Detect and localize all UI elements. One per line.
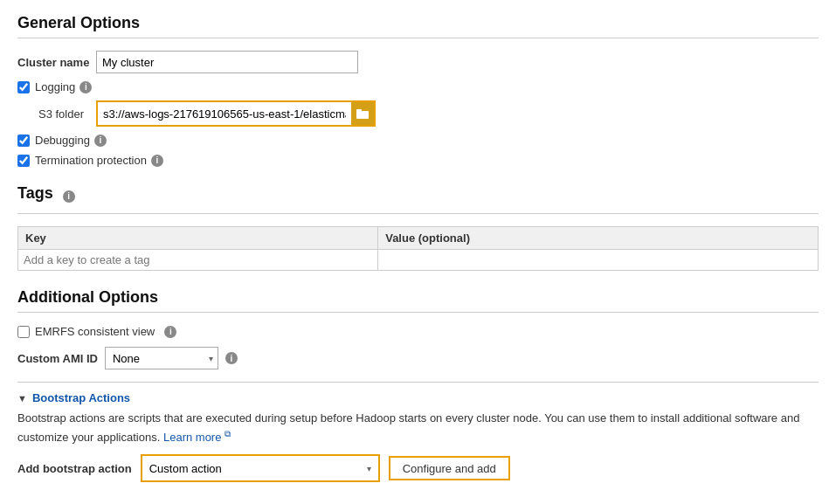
termination-protection-row: Termination protection i: [17, 154, 819, 167]
bootstrap-actions-title[interactable]: Bootstrap Actions: [32, 391, 130, 404]
s3-folder-browse-button[interactable]: [351, 102, 374, 125]
tags-col-value: Value (optional): [378, 227, 819, 250]
cluster-name-input[interactable]: [96, 51, 358, 73]
custom-ami-label: Custom AMI ID: [17, 352, 98, 365]
logging-row: Logging i: [17, 80, 819, 93]
general-options-section: General Options Cluster name Logging i S…: [17, 14, 819, 167]
bootstrap-action-select-wrapper: Custom action Configure and install Gang…: [141, 454, 380, 482]
debugging-label: Debugging: [35, 134, 90, 147]
debugging-info-icon: i: [94, 135, 107, 147]
external-link-icon: ⧉: [225, 429, 231, 438]
custom-ami-row: Custom AMI ID None ▾ i: [17, 347, 819, 369]
custom-ami-select[interactable]: None: [105, 347, 218, 369]
additional-options-section: Additional Options EMRFS consistent view…: [17, 288, 819, 482]
debugging-row: Debugging i: [17, 134, 819, 147]
tags-header: Tags i: [17, 184, 819, 208]
bootstrap-collapse-arrow[interactable]: ▼: [17, 393, 27, 404]
s3-folder-row: S3 folder: [17, 100, 819, 127]
general-options-title: General Options: [17, 14, 819, 32]
svg-rect-1: [356, 109, 362, 112]
bootstrap-add-label: Add bootstrap action: [17, 462, 132, 475]
debugging-checkbox[interactable]: [17, 135, 30, 147]
additional-options-title: Additional Options: [17, 288, 819, 307]
emrfs-info-icon: i: [164, 326, 176, 338]
emrfs-checkbox[interactable]: [17, 326, 30, 338]
custom-ami-info-icon: i: [225, 352, 238, 364]
bootstrap-actions-header: ▼ Bootstrap Actions: [17, 382, 819, 404]
emrfs-label: EMRFS consistent view: [35, 325, 155, 338]
tags-table: Key Value (optional): [17, 226, 819, 271]
bootstrap-learn-more-link[interactable]: Learn more ⧉: [163, 431, 231, 444]
tags-section: Tags i Key Value (optional): [17, 184, 819, 271]
termination-protection-label: Termination protection: [35, 154, 147, 167]
tags-value-input[interactable]: [383, 253, 812, 266]
s3-folder-input[interactable]: [98, 102, 351, 125]
tags-add-row: [18, 250, 819, 271]
emrfs-row: EMRFS consistent view i: [17, 325, 819, 338]
cluster-name-label: Cluster name: [17, 56, 96, 69]
svg-rect-0: [356, 111, 369, 119]
tags-title: Tags: [17, 184, 53, 203]
cluster-name-row: Cluster name: [17, 51, 819, 73]
tags-info-icon: i: [63, 190, 75, 203]
s3-input-wrapper: [96, 100, 376, 127]
custom-ami-select-wrapper: None ▾: [105, 347, 218, 369]
tags-key-input[interactable]: [24, 253, 372, 266]
logging-info-icon: i: [79, 81, 92, 93]
tags-col-key: Key: [18, 227, 378, 250]
logging-label: Logging: [35, 80, 75, 93]
s3-folder-label: S3 folder: [38, 107, 96, 121]
bootstrap-action-select[interactable]: Custom action Configure and install Gang…: [142, 456, 378, 480]
bootstrap-actions-description: Bootstrap actions are scripts that are e…: [17, 410, 819, 445]
bootstrap-actions-container: ▼ Bootstrap Actions Bootstrap actions ar…: [17, 382, 819, 482]
logging-checkbox[interactable]: [17, 81, 30, 93]
configure-and-add-button[interactable]: Configure and add: [389, 456, 510, 480]
termination-protection-checkbox[interactable]: [17, 155, 30, 167]
termination-protection-info-icon: i: [151, 155, 163, 167]
bootstrap-add-row: Add bootstrap action Custom action Confi…: [17, 454, 819, 482]
